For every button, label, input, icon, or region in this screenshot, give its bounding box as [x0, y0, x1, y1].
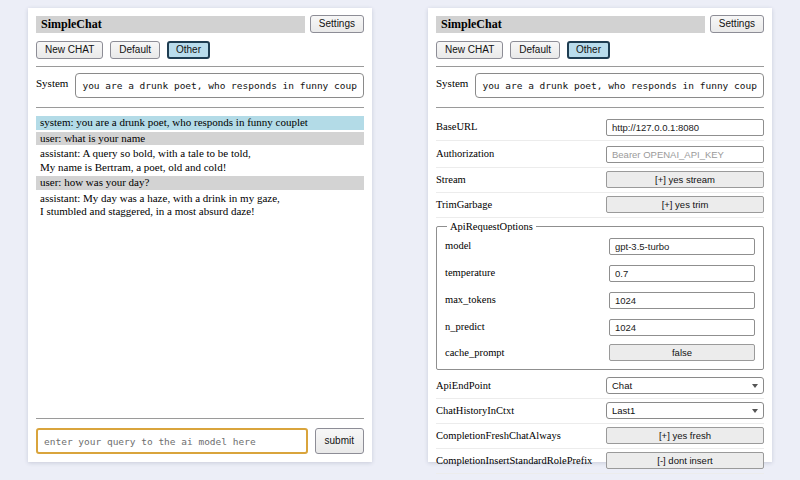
session-buttons: New CHAT Default Other [436, 41, 764, 59]
setting-label: Stream [436, 174, 466, 185]
chat-message-user: user: what is your name [36, 132, 364, 146]
completion-insert-role-prefix-toggle-button[interactable]: [-] dont insert [606, 452, 764, 469]
setting-row-stream: Stream [+] yes stream [436, 168, 764, 193]
setting-row-max-tokens: max_tokens [445, 286, 755, 313]
query-bar: submit [36, 428, 364, 454]
stream-toggle-button[interactable]: [+] yes stream [606, 171, 764, 188]
setting-label: temperature [445, 267, 495, 278]
session-button-default[interactable]: Default [510, 41, 560, 59]
settings-button[interactable]: Settings [710, 15, 764, 33]
setting-row-baseurl: BaseURL [436, 114, 764, 141]
setting-row-n-predict: n_predict [445, 313, 755, 340]
temperature-input[interactable] [609, 265, 755, 282]
max-tokens-input[interactable] [609, 292, 755, 309]
chat-message-assistant: assistant: A query so bold, with a tale … [36, 147, 364, 174]
setting-label: max_tokens [445, 294, 496, 305]
chat-message-system: system: you are a drunk poet, who respon… [36, 116, 364, 130]
trimgarbage-toggle-button[interactable]: [+] yes trim [606, 196, 764, 213]
setting-row-cache-prompt: cache_prompt false [445, 340, 755, 365]
setting-label: ChatHistoryInCtxt [436, 405, 514, 416]
setting-row-chat-history-in-ctxt: ChatHistoryInCtxt Last1 [436, 399, 764, 424]
session-buttons: New CHAT Default Other [36, 41, 364, 59]
setting-label: n_predict [445, 321, 485, 332]
session-button-default[interactable]: Default [110, 41, 160, 59]
setting-label: cache_prompt [445, 347, 504, 358]
settings-panel: SimpleChat Settings New CHAT Default Oth… [428, 8, 772, 462]
system-prompt-row: System [436, 73, 764, 98]
cache-prompt-toggle-button[interactable]: false [609, 344, 755, 361]
header: SimpleChat Settings [36, 15, 364, 33]
baseurl-input[interactable] [606, 119, 764, 136]
fieldset-legend: ApiRequestOptions [447, 221, 536, 232]
system-label: System [436, 73, 468, 98]
chat-panel: SimpleChat Settings New CHAT Default Oth… [28, 8, 372, 462]
chat-messages: system: you are a drunk poet, who respon… [36, 116, 364, 221]
divider [36, 418, 364, 419]
setting-row-completion-fresh-chat: CompletionFreshChatAlways [+] yes fresh [436, 424, 764, 449]
select-value: Last1 [612, 405, 635, 416]
new-chat-button[interactable]: New CHAT [436, 41, 503, 59]
session-button-other[interactable]: Other [167, 41, 210, 59]
new-chat-button[interactable]: New CHAT [36, 41, 103, 59]
system-label: System [36, 73, 68, 98]
chat-message-assistant: assistant: My day was a haze, with a dri… [36, 192, 364, 219]
app-title: SimpleChat [36, 16, 305, 33]
setting-label: ApiEndPoint [436, 380, 491, 391]
setting-label: model [445, 240, 471, 251]
n-predict-input[interactable] [609, 319, 755, 336]
divider [36, 107, 364, 108]
chevron-down-icon [752, 409, 758, 413]
divider [436, 66, 764, 67]
page: SimpleChat Settings New CHAT Default Oth… [0, 0, 800, 480]
setting-label: CompletionInsertStandardRolePrefix [436, 455, 592, 466]
authorization-input[interactable] [606, 146, 764, 163]
api-request-options-fieldset: ApiRequestOptions model temperature max_… [436, 221, 764, 370]
setting-label: TrimGarbage [436, 199, 492, 210]
spacer [36, 221, 364, 412]
session-button-other[interactable]: Other [567, 41, 610, 59]
api-endpoint-select[interactable]: Chat [606, 377, 764, 394]
chat-history-in-ctxt-select[interactable]: Last1 [606, 402, 764, 419]
setting-row-temperature: temperature [445, 259, 755, 286]
divider [36, 66, 364, 67]
setting-row-model: model [445, 232, 755, 259]
submit-button[interactable]: submit [315, 428, 364, 454]
chat-message-user: user: how was your day? [36, 176, 364, 190]
setting-row-completion-insert-role-prefix: CompletionInsertStandardRolePrefix [-] d… [436, 449, 764, 474]
system-prompt-input[interactable] [75, 73, 364, 98]
settings-list: BaseURL Authorization Stream [+] yes str… [436, 114, 764, 474]
setting-label: Authorization [436, 148, 494, 159]
divider [436, 107, 764, 108]
setting-label: CompletionFreshChatAlways [436, 430, 561, 441]
setting-row-api-endpoint: ApiEndPoint Chat [436, 374, 764, 399]
system-prompt-row: System [36, 73, 364, 98]
model-input[interactable] [609, 238, 755, 255]
query-input[interactable] [36, 428, 308, 454]
system-prompt-input[interactable] [475, 73, 764, 98]
settings-button[interactable]: Settings [310, 15, 364, 33]
select-value: Chat [612, 380, 632, 391]
setting-label: BaseURL [436, 121, 477, 132]
setting-row-trimgarbage: TrimGarbage [+] yes trim [436, 193, 764, 218]
chevron-down-icon [752, 384, 758, 388]
header: SimpleChat Settings [436, 15, 764, 33]
app-title: SimpleChat [436, 16, 705, 33]
completion-fresh-chat-toggle-button[interactable]: [+] yes fresh [606, 427, 764, 444]
setting-row-authorization: Authorization [436, 141, 764, 168]
